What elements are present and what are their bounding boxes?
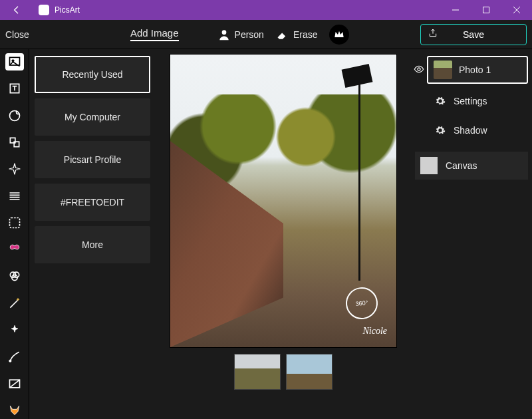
minimize-icon [452,7,459,13]
layer-photo1[interactable]: Photo 1 [427,56,528,84]
person-label: Person [235,29,264,40]
source-my-computer[interactable]: My Computer [35,98,150,136]
svg-point-12 [9,360,11,362]
rail-lines[interactable] [5,187,24,204]
rail-butterfly[interactable] [5,241,24,258]
save-label: Save [463,29,484,40]
close-window-button[interactable] [501,0,532,20]
shapes-icon [8,136,21,149]
source-panel: Recently Used My Computer Picsart Profil… [29,49,156,419]
rail-mask[interactable] [5,374,24,392]
image-icon [8,55,21,69]
layer-settings[interactable]: Settings [415,89,528,113]
badge-360: 360° [344,286,380,321]
layers-panel: Photo 1 Settings Shadow Canvas [411,49,532,419]
person-icon [217,28,231,41]
top-toolbar: Close Add Image Person Erase Save [0,20,532,49]
source-more[interactable]: More [35,226,150,263]
close-button[interactable]: Close [5,29,39,40]
canvas-label: Canvas [446,160,477,171]
svg-point-14 [418,68,420,70]
brush-icon [8,350,21,363]
person-tool[interactable]: Person [217,28,264,41]
spark-icon [8,162,21,176]
rail-shapes[interactable] [5,134,24,151]
add-image-tab[interactable]: Add Image [130,27,179,41]
arrow-left-icon [11,5,22,15]
text-icon [8,82,21,95]
source-recently-used[interactable]: Recently Used [35,56,150,93]
thumbnail-2[interactable] [286,354,332,390]
layer-label: Photo 1 [459,65,491,75]
erase-tool[interactable]: Erase [276,28,318,41]
thumbnail-1[interactable] [234,354,281,390]
rail-brush[interactable] [5,348,24,365]
rail-spark[interactable] [5,160,24,178]
svg-point-1 [221,30,226,35]
save-button[interactable]: Save [420,24,527,45]
frame-icon [8,216,21,229]
app-icon [39,5,49,15]
maximize-icon [483,7,489,13]
thumbnail-strip [234,354,332,390]
back-button[interactable] [0,0,33,20]
sticker-icon [8,109,21,122]
premium-button[interactable] [329,25,349,45]
rail-sticker[interactable] [5,107,24,124]
fox-icon [8,404,21,417]
maximize-button[interactable] [471,0,501,20]
source-freetoedit[interactable]: #FREETOEDIT [35,184,150,221]
minimize-button[interactable] [440,0,471,20]
erase-icon [276,28,289,41]
close-icon [513,7,520,13]
layer-thumb [434,61,452,79]
rail-text[interactable] [5,80,24,97]
layer-shadow[interactable]: Shadow [415,118,528,142]
canvas-area: 360° Nicole [156,49,411,419]
visibility-icon[interactable] [414,64,424,76]
butterfly-icon [8,243,21,256]
canvas-swatch [420,157,438,174]
rail-wand[interactable] [5,295,24,312]
svg-point-5 [9,110,19,120]
layer-canvas[interactable]: Canvas [415,152,528,180]
share-icon [428,28,438,41]
window-title: PicsArt [55,5,80,15]
photo-signature: Nicole [362,326,387,337]
settings-label: Settings [454,96,487,106]
tool-rail [0,49,29,419]
rail-fox[interactable] [5,402,24,419]
rail-sparkle[interactable] [5,321,24,339]
source-picsart-profile[interactable]: Picsart Profile [35,141,150,178]
gear-icon [435,96,446,106]
wand-icon [8,297,21,310]
title-bar: PicsArt [0,0,532,20]
erase-label: Erase [293,29,318,40]
gear-icon [435,125,446,136]
rail-color[interactable] [5,267,24,285]
svg-rect-0 [483,7,489,13]
mask-icon [8,377,21,390]
rail-frame[interactable] [5,214,24,231]
shadow-label: Shadow [454,125,487,136]
canvas-photo[interactable]: 360° Nicole [170,55,396,347]
rail-image[interactable] [5,53,24,70]
crown-icon [334,30,344,39]
sparkle-icon [8,323,21,337]
lines-icon [8,190,21,203]
main-area: Recently Used My Computer Picsart Profil… [0,49,532,419]
svg-rect-8 [9,217,19,227]
color-icon [8,269,21,283]
